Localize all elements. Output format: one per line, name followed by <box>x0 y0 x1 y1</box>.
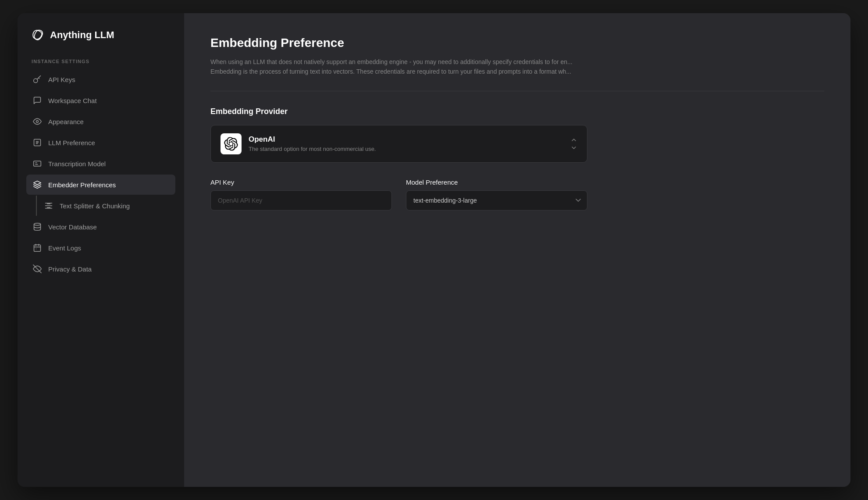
model-preference-group: Model Preference text-embedding-3-large … <box>406 179 587 211</box>
section-divider <box>210 91 824 91</box>
form-row: API Key Model Preference text-embedding-… <box>210 179 587 211</box>
svg-point-1 <box>36 121 39 123</box>
sidebar-item-vector-database-label: Vector Database <box>48 223 97 231</box>
logo-icon <box>30 27 46 43</box>
logo-text: Anything LLM <box>50 29 114 41</box>
provider-logo <box>221 133 242 154</box>
calendar-icon <box>32 243 42 253</box>
chevron-updown-icon <box>570 136 577 151</box>
main-content: Embedding Preference When using an LLM t… <box>184 13 850 487</box>
eye-icon <box>32 117 42 126</box>
api-key-label: API Key <box>210 179 392 186</box>
sidebar-item-privacy-label: Privacy & Data <box>48 265 92 273</box>
nav-list: API Keys Workspace Chat <box>26 69 175 279</box>
app-container: Anything LLM INSTANCE SETTINGS API Keys <box>18 13 850 487</box>
api-key-input[interactable] <box>210 190 392 211</box>
page-title: Embedding Preference <box>210 36 824 50</box>
privacy-icon <box>32 264 42 274</box>
provider-name: OpenAI <box>249 135 376 144</box>
sidebar-item-vector-database[interactable]: Vector Database <box>26 217 175 237</box>
sidebar-item-api-keys-label: API Keys <box>48 76 75 83</box>
sidebar-item-workspace-chat[interactable]: Workspace Chat <box>26 90 175 111</box>
database-icon <box>32 222 42 232</box>
sidebar-item-api-keys[interactable]: API Keys <box>26 69 175 89</box>
sidebar-item-text-splitter-label: Text Splitter & Chunking <box>60 202 130 210</box>
sidebar-item-embedder-label: Embedder Preferences <box>48 181 116 189</box>
svg-point-9 <box>34 223 41 225</box>
sidebar-item-workspace-chat-label: Workspace Chat <box>48 97 97 104</box>
sidebar-item-transcription[interactable]: Transcription Model <box>26 154 175 174</box>
provider-section-title: Embedding Provider <box>210 107 824 116</box>
model-select[interactable]: text-embedding-3-large text-embedding-3-… <box>406 190 587 211</box>
provider-selector[interactable]: OpenAI The standard option for most non-… <box>210 125 587 163</box>
model-label: Model Preference <box>406 179 587 186</box>
provider-info: OpenAI The standard option for most non-… <box>249 135 376 152</box>
embed-icon <box>32 180 42 189</box>
api-key-group: API Key <box>210 179 392 211</box>
sub-divider <box>36 196 37 216</box>
sidebar-item-llm-preference[interactable]: LLM Preference <box>26 132 175 153</box>
openai-logo-svg <box>224 137 238 151</box>
sidebar-item-privacy-data[interactable]: Privacy & Data <box>26 259 175 279</box>
sidebar-item-event-logs-label: Event Logs <box>48 244 81 252</box>
sidebar-item-appearance[interactable]: Appearance <box>26 111 175 132</box>
caption-icon <box>32 159 42 168</box>
chat-icon <box>32 96 42 105</box>
svg-rect-10 <box>34 245 41 251</box>
sidebar-item-embedder-preferences[interactable]: Embedder Preferences <box>26 175 175 195</box>
provider-desc: The standard option for most non-commerc… <box>249 146 376 152</box>
key-icon <box>32 75 42 84</box>
sidebar-item-text-splitter[interactable]: Text Splitter & Chunking <box>26 196 175 216</box>
page-description: When using an LLM that does not natively… <box>210 57 605 77</box>
logo-area: Anything LLM <box>26 27 175 43</box>
section-label: INSTANCE SETTINGS <box>26 59 175 64</box>
splitter-icon <box>44 201 53 211</box>
sidebar-item-transcription-label: Transcription Model <box>48 160 106 168</box>
sidebar-item-llm-label: LLM Preference <box>48 139 95 146</box>
sidebar-item-event-logs[interactable]: Event Logs <box>26 238 175 258</box>
sidebar-item-appearance-label: Appearance <box>48 118 84 125</box>
svg-rect-3 <box>34 161 41 166</box>
sidebar: Anything LLM INSTANCE SETTINGS API Keys <box>18 13 184 487</box>
llm-icon <box>32 138 42 147</box>
provider-left: OpenAI The standard option for most non-… <box>221 133 376 154</box>
